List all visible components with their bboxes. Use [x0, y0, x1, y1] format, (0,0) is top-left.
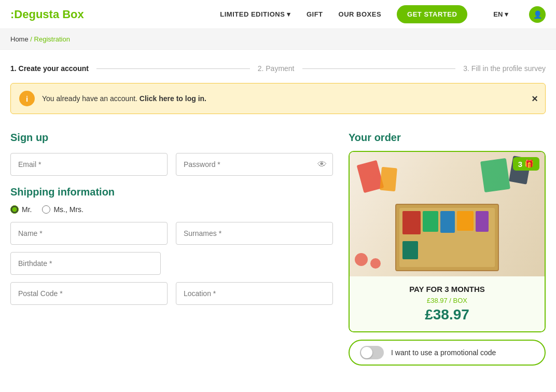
step-3-label: 3. Fill in the profile survey — [463, 64, 546, 73]
email-field-wrapper — [10, 153, 168, 176]
breadcrumb-home[interactable]: Home — [10, 35, 29, 43]
signup-row: 👁 — [10, 153, 333, 176]
promo-label: I want to use a promotional code — [391, 348, 496, 357]
breadcrumb-separator: / — [30, 35, 34, 43]
alert-container: i You already have an account. Click her… — [0, 83, 556, 132]
surnames-field-wrapper — [176, 222, 333, 245]
nav-our-boxes[interactable]: OUR BOXES — [339, 10, 382, 18]
order-title: Your order — [349, 132, 546, 144]
gender-radio-group: Mr. Ms., Mrs. — [10, 205, 333, 214]
birthdate-input[interactable] — [10, 252, 161, 275]
gender-mr-option[interactable]: Mr. — [10, 205, 32, 214]
order-plan: PAY FOR 3 MONTHS — [358, 285, 536, 293]
brand-logo[interactable]: :Degusta Box — [10, 8, 84, 21]
location-field-wrapper — [176, 282, 333, 305]
get-started-button[interactable]: GET STARTED — [397, 5, 467, 23]
password-toggle-icon[interactable]: 👁 — [317, 159, 327, 170]
step-2: 2. Payment — [258, 64, 295, 73]
order-badge-icon: 🎁 — [524, 159, 534, 169]
step-line-1 — [96, 68, 250, 69]
alert-close-button[interactable]: × — [532, 93, 538, 105]
name-field-wrapper — [10, 222, 168, 245]
gender-mr-label: Mr. — [22, 205, 32, 214]
postal-code-input[interactable] — [10, 282, 168, 305]
gender-mr-radio[interactable] — [10, 205, 19, 214]
alert-text: You already have an account. Click here … — [42, 94, 206, 103]
shipping-title: Shipping information — [10, 186, 333, 198]
right-column: Your order — [349, 132, 546, 366]
order-badge-count: 3 — [518, 160, 522, 169]
step-3: 3. Fill in the profile survey — [463, 64, 546, 73]
surnames-input[interactable] — [176, 222, 333, 245]
signup-title: Sign up — [10, 132, 333, 144]
address-row — [10, 282, 333, 305]
order-details: PAY FOR 3 MONTHS £38.97 / BOX £38.97 — [350, 276, 545, 331]
promo-toggle[interactable] — [360, 346, 384, 359]
order-price: £38.97 — [358, 306, 536, 323]
gender-ms-radio[interactable] — [42, 205, 50, 214]
alert-icon: i — [19, 91, 35, 106]
nav-limited-editions[interactable]: LIMITED EDITIONS — [220, 10, 291, 18]
gender-ms-label: Ms., Mrs. — [53, 205, 84, 214]
step-2-label: 2. Payment — [258, 64, 295, 73]
alert-banner: i You already have an account. Click her… — [10, 83, 546, 114]
left-column: Sign up 👁 Shipping information Mr. Ms., … — [10, 132, 333, 366]
toggle-knob — [361, 347, 372, 358]
postal-code-field-wrapper — [10, 282, 168, 305]
password-field-wrapper: 👁 — [176, 153, 333, 176]
email-input[interactable] — [10, 153, 168, 176]
registration-steps: 1. Create your account 2. Payment 3. Fil… — [0, 50, 556, 83]
order-panel: 3 🎁 PAY FOR 3 MONTHS £38.97 / BOX £38.97 — [349, 151, 546, 332]
user-avatar[interactable]: 👤 — [529, 6, 546, 23]
location-input[interactable] — [176, 282, 333, 305]
promo-code-box[interactable]: I want to use a promotional code — [349, 340, 546, 366]
step-line-2 — [302, 68, 456, 69]
nav-links: LIMITED EDITIONS GIFT OUR BOXES GET STAR… — [220, 5, 546, 23]
step-1-label: 1. Create your account — [10, 64, 89, 73]
step-1: 1. Create your account — [10, 64, 89, 73]
nav-gift[interactable]: GIFT — [307, 10, 323, 18]
breadcrumb-current: Registration — [34, 35, 70, 43]
breadcrumb: Home / Registration — [0, 29, 556, 50]
name-input[interactable] — [10, 222, 168, 245]
gender-ms-option[interactable]: Ms., Mrs. — [42, 205, 84, 214]
language-selector[interactable]: EN ▾ — [493, 10, 508, 18]
birthdate-field-wrapper — [10, 252, 161, 275]
order-image-wrapper: 3 🎁 — [350, 152, 545, 276]
product-box-image — [350, 152, 545, 276]
name-row — [10, 222, 333, 245]
order-badge: 3 🎁 — [513, 157, 539, 171]
main-content: Sign up 👁 Shipping information Mr. Ms., … — [0, 132, 556, 376]
navbar: :Degusta Box LIMITED EDITIONS GIFT OUR B… — [0, 0, 556, 29]
order-per-box: £38.97 / BOX — [358, 297, 536, 304]
birthdate-row — [10, 252, 333, 275]
alert-login-link[interactable]: Click here to log in. — [140, 94, 206, 103]
password-input[interactable] — [176, 153, 333, 176]
